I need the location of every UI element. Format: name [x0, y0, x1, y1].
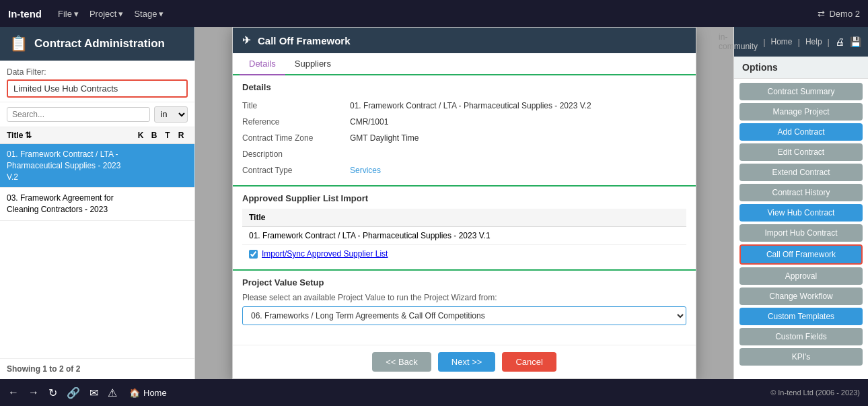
home-link[interactable]: Home	[771, 37, 793, 46]
item-title: 01. Framework Contract / LTA - Pharmaceu…	[7, 149, 131, 182]
sort-icon[interactable]: ⇅	[25, 131, 32, 140]
print-icon[interactable]: 🖨	[835, 36, 844, 47]
search-scope-select[interactable]: in	[154, 106, 188, 123]
import-hub-contract-button[interactable]: Import Hub Contract	[739, 224, 863, 242]
brand-logo: In-tend	[8, 8, 42, 20]
main-layout: 📋 Contract Administration Data Filter: L…	[0, 27, 868, 379]
add-contract-button[interactable]: Add Contract	[739, 123, 863, 141]
table-row: 01. Framework Contract / LTA - Pharmaceu…	[242, 227, 686, 245]
row-label: Description	[242, 149, 350, 159]
sidebar-header: 📋 Contract Administration	[0, 27, 194, 61]
col-title-header: Title ⇅	[7, 131, 134, 140]
table-column-header: Title	[242, 209, 686, 227]
approval-button[interactable]: Approval	[739, 267, 863, 285]
project-value-dropdown[interactable]: 06. Frameworks / Long Term Agreements & …	[242, 306, 686, 325]
list-item[interactable]: 01. Framework Contract / LTA - Pharmaceu…	[0, 144, 194, 188]
project-value-section: Project Value Setup Please select an ava…	[233, 271, 696, 332]
custom-templates-button[interactable]: Custom Templates	[739, 308, 863, 325]
detail-row-description: Description	[242, 146, 686, 162]
kpis-button[interactable]: KPI's	[739, 348, 863, 366]
call-off-framework-button[interactable]: Call Off Framework	[739, 244, 863, 265]
row-label: Contract Type	[242, 166, 350, 175]
modal-footer: << Back Next >> Cancel	[233, 345, 696, 378]
home-button[interactable]: 🏠 Home	[129, 388, 167, 398]
row-value: CMR/1001	[350, 117, 388, 127]
search-section: in	[0, 102, 194, 127]
top-navigation: In-tend File ▾ Project ▾ Stage ▾ ⇄ Demo …	[0, 0, 868, 27]
filter-label: Data Filter:	[7, 67, 188, 77]
save-icon[interactable]: 💾	[850, 36, 861, 47]
contract-type-link[interactable]: Services	[350, 166, 381, 175]
col-t-header: T	[161, 131, 174, 140]
contract-list: 01. Framework Contract / LTA - Pharmaceu…	[0, 144, 194, 358]
warning-nav-icon[interactable]: ⚠	[108, 386, 117, 399]
detail-row-title: Title 01. Framework Contract / LTA - Pha…	[242, 98, 686, 114]
details-section: Details Title 01. Framework Contract / L…	[233, 75, 696, 187]
call-off-framework-modal: ✈ Call Off Framework Details Suppliers D…	[232, 27, 696, 379]
list-item[interactable]: 03. Framework Agreement for Cleaning Con…	[0, 188, 194, 221]
options-list: Contract Summary Manage Project Add Cont…	[734, 79, 868, 379]
item-title: 03. Framework Agreement for Cleaning Con…	[7, 193, 131, 215]
approved-supplier-section: Approved Supplier List Import Title 01. …	[233, 187, 696, 271]
row-value: GMT Daylight Time	[350, 133, 419, 143]
back-nav-icon[interactable]: ←	[8, 386, 19, 399]
next-button[interactable]: Next >>	[438, 352, 496, 372]
home-icon: 🏠	[129, 388, 140, 398]
switch-icon: ⇄	[818, 9, 825, 19]
row-value: 01. Framework Contract / LTA - Pharmaceu…	[350, 101, 591, 110]
row-label: Title	[242, 101, 350, 110]
approved-supplier-table: Title 01. Framework Contract / LTA - Pha…	[242, 209, 686, 245]
back-button[interactable]: << Back	[372, 352, 431, 372]
right-sidebar: in-community | Home | Help | 🖨 💾 Options…	[733, 27, 868, 379]
col-r-header: R	[174, 131, 188, 140]
custom-fields-button[interactable]: Custom Fields	[739, 328, 863, 345]
change-workflow-button[interactable]: Change Workflow	[739, 287, 863, 305]
project-value-title: Project Value Setup	[242, 277, 686, 287]
tab-suppliers[interactable]: Suppliers	[285, 53, 340, 74]
import-sync-row: Import/Sync Approved Supplier List	[242, 245, 686, 263]
row-value: Services	[350, 166, 381, 175]
filter-value: Limited Use Hub Contracts	[7, 79, 188, 98]
left-sidebar: 📋 Contract Administration Data Filter: L…	[0, 27, 195, 379]
bottom-navigation: ← → ↻ 🔗 ✉ ⚠ 🏠 Home © In-tend Ltd (2006 -…	[0, 379, 868, 406]
data-filter-section: Data Filter: Limited Use Hub Contracts	[0, 61, 194, 102]
edit-contract-button[interactable]: Edit Contract	[739, 143, 863, 161]
import-sync-link[interactable]: Import/Sync Approved Supplier List	[262, 249, 388, 259]
project-value-label: Please select an available Project Value…	[242, 293, 686, 302]
search-input[interactable]	[7, 107, 150, 122]
view-hub-contract-button[interactable]: View Hub Contract	[739, 204, 863, 222]
forward-nav-icon[interactable]: →	[28, 386, 39, 399]
col-k-header: K	[134, 131, 147, 140]
help-link[interactable]: Help	[805, 37, 822, 46]
link-nav-icon[interactable]: 🔗	[67, 386, 80, 399]
import-sync-checkbox[interactable]	[249, 250, 258, 259]
sidebar-title: Contract Administration	[34, 37, 165, 50]
right-top-bar: in-community | Home | Help | 🖨 💾	[734, 27, 868, 57]
options-header: Options	[734, 57, 868, 79]
tab-details[interactable]: Details	[240, 53, 285, 75]
extend-contract-button[interactable]: Extend Contract	[739, 164, 863, 181]
details-section-title: Details	[242, 82, 686, 92]
manage-project-button[interactable]: Manage Project	[739, 103, 863, 121]
modal-title: Call Off Framework	[258, 35, 351, 46]
detail-row-reference: Reference CMR/1001	[242, 114, 686, 130]
detail-row-timezone: Contract Time Zone GMT Daylight Time	[242, 130, 686, 146]
plane-icon: ✈	[242, 34, 251, 46]
contract-summary-button[interactable]: Contract Summary	[739, 83, 863, 100]
nav-stage[interactable]: Stage ▾	[134, 9, 164, 19]
row-label: Reference	[242, 117, 350, 127]
detail-row-contract-type: Contract Type Services	[242, 162, 686, 178]
user-info: ⇄ Demo 2	[818, 9, 860, 19]
mail-nav-icon[interactable]: ✉	[89, 386, 98, 399]
col-b-header: B	[147, 131, 161, 140]
row-label: Contract Time Zone	[242, 133, 350, 143]
nav-file[interactable]: File ▾	[58, 9, 79, 19]
copyright-text: © In-tend Ltd (2006 - 2023)	[770, 388, 860, 397]
contract-admin-icon: 📋	[9, 35, 28, 53]
refresh-nav-icon[interactable]: ↻	[48, 386, 57, 399]
contract-history-button[interactable]: Contract History	[739, 184, 863, 201]
cancel-button[interactable]: Cancel	[502, 352, 556, 372]
modal-tabs: Details Suppliers	[233, 53, 696, 75]
approved-section-title: Approved Supplier List Import	[242, 193, 686, 203]
nav-project[interactable]: Project ▾	[89, 9, 123, 19]
